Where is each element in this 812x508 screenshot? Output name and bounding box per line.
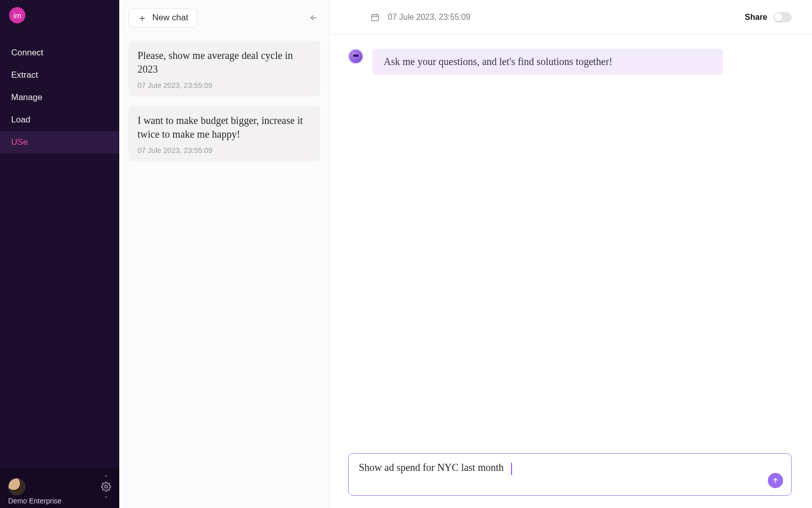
history-item[interactable]: I want to make budget bigger, increase i… xyxy=(128,106,320,162)
app-logo[interactable]: im xyxy=(0,0,119,28)
bot-message-bubble: Ask me your questions, and let's find so… xyxy=(373,49,723,75)
share-control: Share xyxy=(745,12,792,22)
logo-badge: im xyxy=(9,7,25,23)
share-toggle[interactable] xyxy=(773,12,792,22)
user-name: Demo Enterprise xyxy=(8,497,61,505)
chat-date: 07 Jule 2023, 23:55:09 xyxy=(388,13,470,22)
sidebar-item-label: Connect xyxy=(11,48,43,57)
sidebar-nav: Connect Extract Manage Load USe xyxy=(0,42,119,468)
user-avatar[interactable] xyxy=(8,478,25,495)
chat-body: Ask me your questions, and let's find so… xyxy=(330,35,812,508)
share-label: Share xyxy=(745,13,767,22)
sidebar-item-extract[interactable]: Extract xyxy=(0,64,119,86)
new-chat-label: New chat xyxy=(152,13,188,23)
sidebar-item-connect[interactable]: Connect xyxy=(0,42,119,64)
sidebar-item-load[interactable]: Load xyxy=(0,109,119,131)
composer-input[interactable]: Show ad spend for NYC last month xyxy=(359,462,504,473)
chevron-down-icon: ⌄ xyxy=(104,494,109,498)
arrow-left-icon xyxy=(309,13,318,22)
chevron-up-icon: ⌃ xyxy=(104,475,109,480)
sidebar-footer: ⌃ ⌄ Demo Enterprise xyxy=(0,468,119,508)
sidebar-item-label: Manage xyxy=(11,92,42,102)
history-item[interactable]: Please, show me average deal cycle in 20… xyxy=(128,41,320,97)
sidebar-item-label: Load xyxy=(11,115,30,124)
sidebar-item-label: Extract xyxy=(11,70,38,80)
sidebar: im Connect Extract Manage Load USe ⌃ xyxy=(0,0,119,508)
calendar-icon xyxy=(370,13,380,22)
history-toolbar: ＋ New chat xyxy=(119,0,329,36)
history-item-timestamp: 07 Jule 2023, 23:55:09 xyxy=(138,146,311,154)
logo-text: im xyxy=(13,11,21,20)
history-list: Please, show me average deal cycle in 20… xyxy=(119,36,329,167)
collapse-history-button[interactable] xyxy=(307,11,320,24)
send-button[interactable] xyxy=(768,473,783,488)
message-composer[interactable]: Show ad spend for NYC last month xyxy=(348,453,792,496)
history-item-timestamp: 07 Jule 2023, 23:55:09 xyxy=(138,81,311,89)
sidebar-item-manage[interactable]: Manage xyxy=(0,86,119,109)
chat-main: 07 Jule 2023, 23:55:09 Share Ask me your… xyxy=(330,0,812,508)
svg-rect-1 xyxy=(371,14,379,20)
chat-header: 07 Jule 2023, 23:55:09 Share xyxy=(330,0,812,35)
bot-message-text: Ask me your questions, and let's find so… xyxy=(384,56,613,67)
svg-point-0 xyxy=(105,485,107,488)
new-chat-button[interactable]: ＋ New chat xyxy=(128,8,197,27)
sidebar-item-label: USe xyxy=(11,137,28,147)
gear-icon xyxy=(101,482,111,492)
text-cursor xyxy=(511,463,512,475)
bot-message-row: Ask me your questions, and let's find so… xyxy=(348,49,771,75)
bot-avatar-icon xyxy=(348,49,363,64)
settings-button[interactable] xyxy=(101,482,111,492)
history-item-title: Please, show me average deal cycle in 20… xyxy=(138,49,311,76)
chat-history-panel: ＋ New chat Please, show me average deal … xyxy=(119,0,330,508)
plus-icon: ＋ xyxy=(137,14,147,21)
sidebar-item-use[interactable]: USe xyxy=(0,131,119,153)
arrow-up-icon xyxy=(772,477,779,484)
history-item-title: I want to make budget bigger, increase i… xyxy=(138,114,311,141)
